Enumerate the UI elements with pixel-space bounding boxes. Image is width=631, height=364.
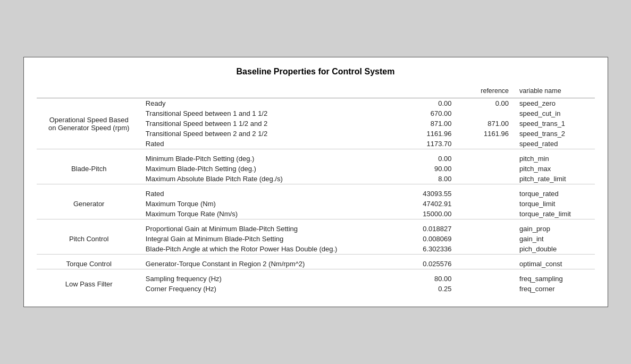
- row-description: Corner Frequency (Hz): [144, 284, 385, 294]
- row-value: 15000.00: [385, 209, 455, 219]
- table-row: Operational Speed Basedon Generator Spee…: [37, 98, 595, 109]
- col-category-header: [37, 86, 144, 98]
- row-reference: [455, 139, 512, 149]
- row-description: Transitional Speed between 1 and 1 1/2: [144, 108, 385, 118]
- row-reference: 1161.96: [455, 129, 512, 139]
- row-variable: pich_double: [512, 244, 594, 255]
- properties-table: reference variable name Operational Spee…: [37, 86, 595, 294]
- table-row: Pitch ControlProportional Gain at Minimu…: [37, 219, 595, 234]
- row-description: Proportional Gain at Minimum Blade-Pitch…: [144, 219, 385, 234]
- col-value-header: [385, 86, 455, 98]
- row-variable: torque_limit: [512, 199, 594, 209]
- row-value: 6.302336: [385, 244, 455, 255]
- table-row: GeneratorRated43093.55torque_rated: [37, 184, 595, 199]
- row-value: 0.018827: [385, 219, 455, 234]
- row-reference: [455, 234, 512, 244]
- row-value: 90.00: [385, 164, 455, 174]
- row-variable: pitch_rate_limit: [512, 174, 594, 184]
- col-description-header: [144, 86, 385, 98]
- row-description: Maximum Blade-Pitch Setting (deg.): [144, 164, 385, 174]
- row-variable: gain_int: [512, 234, 594, 244]
- row-description: Rated: [144, 184, 385, 199]
- row-description: Maximum Torque Rate (Nm/s): [144, 209, 385, 219]
- section-label-torque-control: Torque Control: [37, 255, 144, 269]
- row-variable: speed_rated: [512, 139, 594, 149]
- row-reference: [455, 284, 512, 294]
- col-reference-header: reference: [455, 86, 512, 98]
- row-variable: optimal_const: [512, 255, 594, 269]
- row-variable: freq_sampling: [512, 269, 594, 284]
- row-reference: [455, 244, 512, 255]
- row-reference: 871.00: [455, 118, 512, 129]
- row-reference: [455, 108, 512, 118]
- row-value: 871.00: [385, 118, 455, 129]
- row-value: 0.008069: [385, 234, 455, 244]
- row-description: Rated: [144, 139, 385, 149]
- row-value: 0.00: [385, 98, 455, 109]
- col-variable-header: variable name: [512, 86, 594, 98]
- row-reference: [455, 199, 512, 209]
- row-variable: pitch_max: [512, 164, 594, 174]
- row-variable: torque_rate_limit: [512, 209, 594, 219]
- row-variable: speed_cut_in: [512, 108, 594, 118]
- row-reference: [455, 184, 512, 199]
- row-description: Generator-Torque Constant in Region 2 (N…: [144, 255, 385, 269]
- row-description: Transitional Speed between 2 and 2 1/2: [144, 129, 385, 139]
- page-title: Baseline Properties for Control System: [37, 67, 595, 77]
- section-label-operational-speed: Operational Speed Basedon Generator Spee…: [37, 98, 144, 149]
- main-container: Baseline Properties for Control System r…: [23, 57, 608, 307]
- row-value: 1161.96: [385, 129, 455, 139]
- row-variable: freq_corner: [512, 284, 594, 294]
- row-value: 80.00: [385, 269, 455, 284]
- row-description: Transitional Speed between 1 1/2 and 2: [144, 118, 385, 129]
- row-variable: speed_trans_2: [512, 129, 594, 139]
- row-value: 47402.91: [385, 199, 455, 209]
- table-row: Blade-PitchMinimum Blade-Pitch Setting (…: [37, 149, 595, 164]
- table-row: Torque ControlGenerator-Torque Constant …: [37, 255, 595, 269]
- section-label-blade-pitch: Blade-Pitch: [37, 149, 144, 184]
- row-reference: 0.00: [455, 98, 512, 109]
- row-reference: [455, 149, 512, 164]
- row-variable: pitch_min: [512, 149, 594, 164]
- row-value: 0.00: [385, 149, 455, 164]
- row-reference: [455, 164, 512, 174]
- row-reference: [455, 269, 512, 284]
- row-variable: gain_prop: [512, 219, 594, 234]
- section-label-low-pass-filter: Low Pass Filter: [37, 269, 144, 294]
- section-label-pitch-control: Pitch Control: [37, 219, 144, 255]
- row-description: Blade-Pitch Angle at which the Rotor Pow…: [144, 244, 385, 255]
- row-reference: [455, 209, 512, 219]
- row-variable: speed_trans_1: [512, 118, 594, 129]
- row-value: 8.00: [385, 174, 455, 184]
- section-label-generator: Generator: [37, 184, 144, 219]
- row-description: Minimum Blade-Pitch Setting (deg.): [144, 149, 385, 164]
- row-variable: speed_zero: [512, 98, 594, 109]
- row-value: 670.00: [385, 108, 455, 118]
- row-description: Ready: [144, 98, 385, 109]
- row-variable: torque_rated: [512, 184, 594, 199]
- row-description: Integral Gain at Minimum Blade-Pitch Set…: [144, 234, 385, 244]
- table-row: Low Pass FilterSampling frequency (Hz)80…: [37, 269, 595, 284]
- row-value: 43093.55: [385, 184, 455, 199]
- row-value: 0.025576: [385, 255, 455, 269]
- row-reference: [455, 174, 512, 184]
- row-value: 0.25: [385, 284, 455, 294]
- row-value: 1173.70: [385, 139, 455, 149]
- row-description: Maximum Absolute Blade Pitch Rate (deg./…: [144, 174, 385, 184]
- row-description: Sampling frequency (Hz): [144, 269, 385, 284]
- row-description: Maximum Torque (Nm): [144, 199, 385, 209]
- row-reference: [455, 219, 512, 234]
- row-reference: [455, 255, 512, 269]
